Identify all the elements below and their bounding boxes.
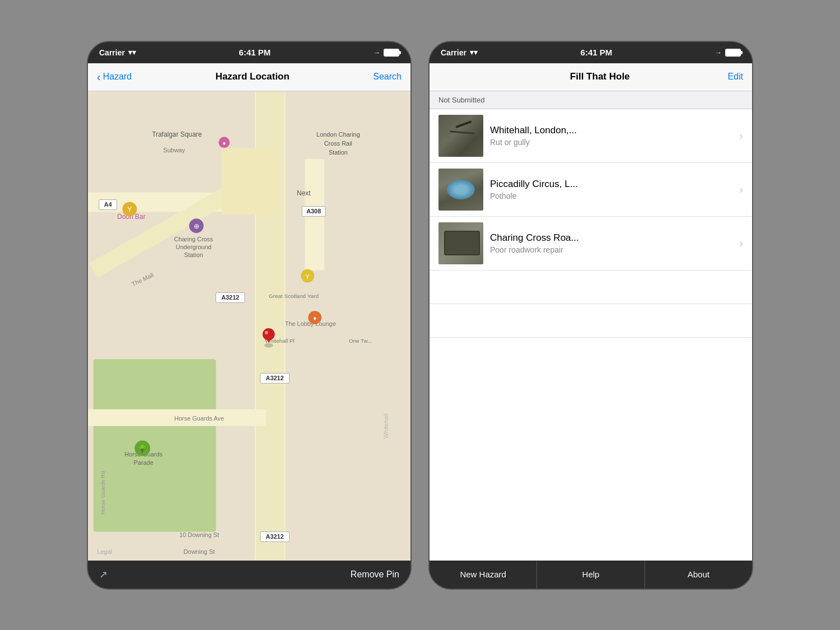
remove-pin-button[interactable]: Remove Pin bbox=[351, 570, 399, 580]
chevron-icon-2: › bbox=[739, 183, 743, 196]
nav-bar-left: ‹ Hazard Hazard Location Search bbox=[88, 63, 410, 91]
bottom-bar-left: ↗ Remove Pin bbox=[88, 561, 410, 589]
hazard-thumbnail-3 bbox=[438, 222, 483, 264]
hazard-title-3: Charing Cross Roa... bbox=[490, 232, 732, 244]
map-view[interactable]: A4 A308 A3212 A3212 A3212 Trafalgar Squa… bbox=[88, 91, 410, 561]
help-label: Help bbox=[582, 570, 600, 579]
svg-text:Whitehall: Whitehall bbox=[382, 413, 389, 438]
new-hazard-label: New Hazard bbox=[460, 570, 506, 579]
hazard-subtitle-2: Pothole bbox=[490, 192, 732, 200]
svg-text:A308: A308 bbox=[306, 208, 321, 214]
nav-title-left: Hazard Location bbox=[216, 71, 290, 82]
empty-row-2 bbox=[430, 304, 752, 338]
carrier-label-right: Carrier bbox=[441, 48, 466, 57]
svg-text:Underground: Underground bbox=[176, 243, 212, 250]
search-button[interactable]: Search bbox=[373, 72, 402, 82]
nav-title-right: Fill That Hole bbox=[570, 71, 630, 82]
list-item-content-3: Charing Cross Roa... Poor roadwork repai… bbox=[483, 232, 739, 254]
left-phone: Carrier ▾▾ 6:41 PM → ‹ Hazard Hazard Loc… bbox=[87, 41, 412, 590]
svg-text:London Charing: London Charing bbox=[316, 131, 360, 138]
about-tab[interactable]: About bbox=[645, 561, 752, 589]
svg-text:A4: A4 bbox=[104, 201, 112, 208]
hazard-list: Whitehall, London,... Rut or gully › Pic… bbox=[430, 109, 752, 561]
list-item-content-1: Whitehall, London,... Rut or gully bbox=[483, 125, 739, 147]
location-arrow-icon-right: → bbox=[715, 49, 722, 57]
back-label: Hazard bbox=[103, 72, 132, 82]
location-icon[interactable]: ↗ bbox=[99, 568, 108, 581]
battery-fill-right bbox=[726, 50, 740, 55]
svg-text:Subway: Subway bbox=[164, 147, 185, 153]
svg-text:Trafalgar Square: Trafalgar Square bbox=[152, 130, 202, 138]
svg-text:Y: Y bbox=[306, 273, 310, 279]
status-right-right: → bbox=[715, 49, 741, 57]
svg-rect-2 bbox=[94, 359, 216, 531]
svg-text:●: ● bbox=[222, 140, 226, 146]
svg-text:Horse Guards Ave: Horse Guards Ave bbox=[174, 414, 224, 421]
chevron-icon-3: › bbox=[739, 237, 743, 250]
list-item[interactable]: Piccadilly Circus, L... Pothole › bbox=[430, 163, 752, 217]
hazard-title-2: Piccadilly Circus, L... bbox=[490, 179, 732, 190]
hazard-subtitle-1: Rut or gully bbox=[490, 138, 732, 147]
new-hazard-tab[interactable]: New Hazard bbox=[430, 561, 537, 589]
list-item[interactable]: Charing Cross Roa... Poor roadwork repai… bbox=[430, 217, 752, 270]
battery-icon-right bbox=[725, 49, 741, 57]
svg-text:A3212: A3212 bbox=[266, 375, 284, 381]
list-item-content-2: Piccadilly Circus, L... Pothole bbox=[483, 179, 739, 200]
hazard-thumbnail-1 bbox=[438, 115, 483, 157]
battery-icon-left bbox=[384, 49, 399, 57]
chevron-icon-1: › bbox=[739, 129, 743, 142]
help-tab[interactable]: Help bbox=[537, 561, 645, 589]
status-left: Carrier ▾▾ bbox=[99, 48, 136, 57]
svg-text:Station: Station bbox=[329, 149, 348, 156]
status-left-right: Carrier ▾▾ bbox=[441, 48, 478, 57]
svg-rect-7 bbox=[221, 148, 277, 214]
hazard-thumbnail-2 bbox=[438, 169, 483, 211]
svg-text:Parade: Parade bbox=[134, 459, 153, 466]
svg-point-55 bbox=[264, 343, 273, 347]
svg-text:Horse Guards Rd: Horse Guards Rd bbox=[100, 471, 106, 514]
svg-point-57 bbox=[265, 330, 268, 334]
right-phone: Carrier ▾▾ 6:41 PM → Fill That Hole Edit… bbox=[428, 41, 753, 590]
wifi-icon-right: ▾▾ bbox=[470, 48, 478, 57]
carrier-label: Carrier bbox=[99, 48, 125, 57]
back-button[interactable]: ‹ Hazard bbox=[97, 71, 132, 83]
status-bar-left: Carrier ▾▾ 6:41 PM → bbox=[88, 42, 410, 63]
list-item[interactable]: Whitehall, London,... Rut or gully › bbox=[430, 109, 752, 163]
section-header: Not Submitted bbox=[430, 91, 752, 109]
time-display-left: 6:41 PM bbox=[239, 48, 271, 57]
svg-text:One Tw...: One Tw... bbox=[349, 337, 372, 343]
wifi-icon: ▾▾ bbox=[128, 48, 136, 57]
svg-text:Charing Cross: Charing Cross bbox=[174, 236, 213, 242]
svg-text:🌳: 🌳 bbox=[138, 445, 147, 454]
tab-bar: New Hazard Help About bbox=[430, 561, 752, 589]
hazard-subtitle-3: Poor roadwork repair bbox=[490, 245, 732, 254]
svg-text:Cross Rail: Cross Rail bbox=[324, 140, 352, 147]
empty-row-1 bbox=[430, 270, 752, 304]
edit-button[interactable]: Edit bbox=[727, 72, 743, 82]
svg-text:♦: ♦ bbox=[313, 315, 316, 321]
svg-text:A3212: A3212 bbox=[221, 294, 239, 301]
svg-text:Legal: Legal bbox=[97, 548, 112, 555]
svg-text:⊕: ⊕ bbox=[194, 222, 199, 230]
svg-text:Downing St: Downing St bbox=[184, 548, 215, 555]
svg-text:Great Scotland Yard: Great Scotland Yard bbox=[269, 293, 319, 299]
location-arrow-icon: → bbox=[374, 49, 380, 57]
about-label: About bbox=[688, 570, 710, 579]
battery-fill bbox=[385, 50, 398, 55]
status-right-left: → bbox=[374, 49, 399, 57]
status-bar-right: Carrier ▾▾ 6:41 PM → bbox=[430, 42, 752, 63]
svg-text:Next: Next bbox=[297, 189, 311, 197]
svg-text:Station: Station bbox=[184, 251, 203, 258]
svg-text:10 Downing St: 10 Downing St bbox=[179, 531, 219, 538]
svg-text:A3212: A3212 bbox=[266, 533, 284, 540]
back-arrow-icon: ‹ bbox=[97, 71, 101, 83]
nav-bar-right: Fill That Hole Edit bbox=[430, 63, 752, 91]
svg-text:Y: Y bbox=[127, 205, 132, 213]
hazard-title-1: Whitehall, London,... bbox=[490, 125, 732, 136]
time-display-right: 6:41 PM bbox=[581, 48, 613, 57]
